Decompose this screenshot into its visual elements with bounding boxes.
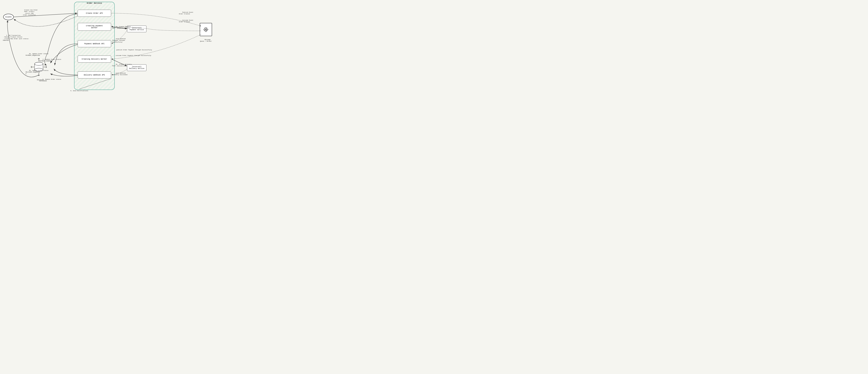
label-create-order: Create new Order POST /orders return 200… [21,7,38,18]
svg-rect-15 [204,28,205,29]
order-service-label: Order Service [74,2,115,4]
label-consume-payment: consume Order Payment Charged Successful… [112,53,151,58]
label-create-payment-post: 2a. Create Payment POST /payment_intents [112,24,131,31]
label-succeeded: 5. Update Order status SUCCEEDED [39,77,61,83]
svg-rect-13 [204,29,205,30]
svg-rect-11 [206,27,206,28]
label-send-webhook-payment: send webhook Payment Charged Successfull… [112,36,126,45]
label-db-transaction: 1. DB Transaction - Reduce Product Stock… [3,33,29,43]
label-publish-payment: .publish Order Payment Charged Successfu… [112,47,152,53]
label-create-delivery-post: 4a. Create Delivery POST /deliveries [112,62,132,68]
creating-payment-worker-box: creating payment worker [78,23,111,31]
message-queue-icon [203,27,209,33]
payment-webhook-api-box: Payment Webhook API [78,40,111,47]
label-delivery-requested: 4b. Update Order status DELIVERY_REQUEST… [26,68,49,76]
creating-delivery-worker-box: Creating Delivery Worker [78,56,111,63]
svg-rect-12 [206,31,206,32]
mq-label: Message Queue / Broker [198,37,214,44]
label-publish-order-created: Publish Event Order Created [179,10,193,16]
svg-rect-14 [207,29,208,30]
client-circle: Client [3,14,14,20]
diagram-container: Order Service Create Order API creating … [0,0,217,94]
label-send-notifications: 6. Send Notifications [67,88,88,93]
delivery-webhook-api-box: Delivery Webhook API [78,71,111,78]
message-queue-box [200,23,212,36]
label-send-webhook-delivery: send webhook Delivery Succeeded [112,71,127,77]
create-order-api-box: Create Order API [78,10,111,17]
label-consume-order-created: Consume Event Order Created [179,18,193,24]
label-payment-charged: 3. Update Order status PAYMENT_CHARGED [39,57,61,64]
